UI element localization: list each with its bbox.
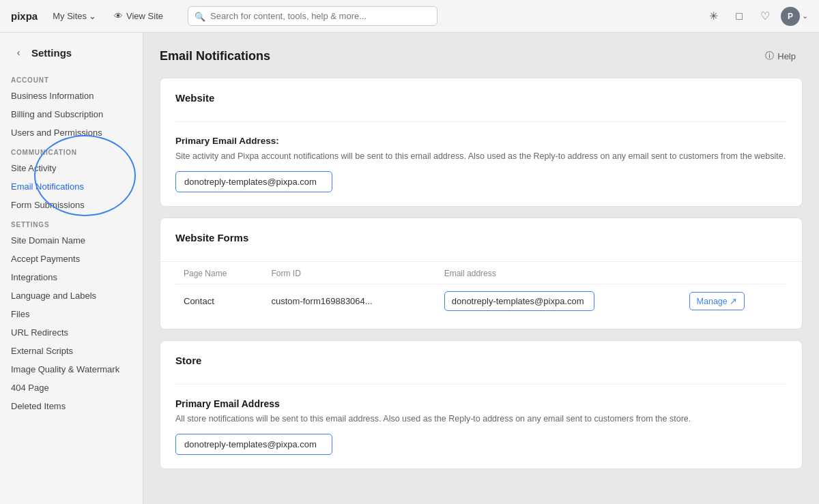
search-input[interactable] <box>188 6 437 26</box>
website-primary-email-section: Primary Email Address: Site activity and… <box>160 122 802 206</box>
sidebar-section-settings: SETTINGS <box>0 214 143 231</box>
col-actions <box>681 262 787 284</box>
sidebar-item-site-activity[interactable]: Site Activity <box>0 159 143 177</box>
table-row: Contact custom-form169883064... Manage ↗ <box>175 284 787 318</box>
logo: pixpa <box>11 10 38 22</box>
sidebar-item-form-submissions[interactable]: Form Submissions <box>0 196 143 214</box>
view-site-link[interactable]: 👁 View Site <box>109 8 169 24</box>
sidebar-item-language-labels[interactable]: Language and Labels <box>0 286 143 305</box>
row-email-input-cell <box>436 284 681 318</box>
bell-icon[interactable]: ♡ <box>755 6 775 27</box>
user-avatar-wrapper[interactable]: P ⌄ <box>781 7 808 26</box>
sidebar-item-image-quality-watermark[interactable]: Image Quality & Watermark <box>0 360 143 379</box>
primary-email-label: Primary Email Address: <box>175 136 787 146</box>
row-form-id: custom-form169883064... <box>263 284 436 318</box>
row-manage-cell: Manage ↗ <box>681 284 787 318</box>
eye-icon: 👁 <box>114 11 123 21</box>
website-section-title: Website <box>175 92 787 104</box>
my-sites-menu[interactable]: My Sites ⌄ <box>48 8 100 24</box>
sidebar-item-integrations[interactable]: Integrations <box>0 268 143 286</box>
sidebar-item-external-scripts[interactable]: External Scripts <box>0 342 143 360</box>
sidebar-item-users-permissions[interactable]: Users and Permissions <box>0 123 143 142</box>
sidebar-title: Settings <box>31 47 72 59</box>
sidebar-item-404-page[interactable]: 404 Page <box>0 379 143 397</box>
topbar: pixpa My Sites ⌄ 👁 View Site 🔍 ✳ □ ♡ P ⌄ <box>0 0 819 33</box>
sidebar-item-files[interactable]: Files <box>0 305 143 323</box>
main-layout: ‹ Settings ACCOUNT Business Information … <box>0 33 819 504</box>
sidebar-back-button[interactable]: ‹ <box>11 45 26 60</box>
sidebar-item-accept-payments[interactable]: Accept Payments <box>0 250 143 268</box>
store-card: Store Primary Email Address All store no… <box>160 340 803 469</box>
sidebar-section-account: ACCOUNT <box>0 70 143 87</box>
search-container: 🔍 <box>188 6 437 26</box>
forms-table: Page Name Form ID Email address Contact … <box>175 262 787 318</box>
sidebar-item-billing-subscription[interactable]: Billing and Subscription <box>0 105 143 123</box>
sidebar: ‹ Settings ACCOUNT Business Information … <box>0 33 143 504</box>
forms-section-title: Website Forms <box>175 232 787 243</box>
sidebar-item-deleted-items[interactable]: Deleted Items <box>0 397 143 415</box>
content-header: Email Notifications ⓘ Help <box>160 46 803 65</box>
website-card: Website Primary Email Address: Site acti… <box>160 78 803 207</box>
col-email-address: Email address <box>436 262 681 284</box>
avatar: P <box>781 7 800 26</box>
store-primary-email-input[interactable] <box>175 434 332 455</box>
manage-button[interactable]: Manage ↗ <box>689 292 745 310</box>
sidebar-section-communication: COMMUNICATION <box>0 142 143 159</box>
store-primary-email-label: Primary Email Address <box>175 398 787 409</box>
content-area: Email Notifications ⓘ Help Website Prima… <box>143 33 819 504</box>
communication-section: COMMUNICATION Site Activity Email Notifi… <box>0 142 143 214</box>
page-title: Email Notifications <box>160 49 270 63</box>
sidebar-header: ‹ Settings <box>0 41 143 70</box>
sidebar-item-email-notifications[interactable]: Email Notifications <box>0 177 143 196</box>
topbar-icons: ✳ □ ♡ P ⌄ <box>703 6 808 27</box>
avatar-chevron-icon: ⌄ <box>802 12 808 20</box>
store-primary-email-section: Primary Email Address All store notifica… <box>160 385 802 469</box>
sidebar-item-url-redirects[interactable]: URL Redirects <box>0 323 143 342</box>
col-form-id: Form ID <box>263 262 436 284</box>
primary-email-desc: Site activity and Pixpa account notifica… <box>175 150 787 163</box>
message-icon[interactable]: □ <box>729 6 749 27</box>
sparkle-icon[interactable]: ✳ <box>703 6 723 27</box>
website-card-section: Website <box>160 78 802 121</box>
forms-card: Website Forms Page Name Form ID Email ad… <box>160 218 803 329</box>
chevron-down-icon: ⌄ <box>89 11 96 21</box>
my-sites-label: My Sites <box>53 11 87 21</box>
help-circle-icon: ⓘ <box>765 50 774 62</box>
search-icon: 🔍 <box>195 11 205 21</box>
row-page-name: Contact <box>175 284 263 318</box>
store-primary-email-desc: All store notifications will be sent to … <box>175 413 787 426</box>
store-card-section: Store <box>160 341 802 384</box>
sidebar-item-business-information[interactable]: Business Information <box>0 87 143 105</box>
forms-card-section: Website Forms <box>160 218 802 261</box>
website-primary-email-input[interactable] <box>175 171 332 192</box>
form-email-input[interactable] <box>444 291 594 311</box>
col-page-name: Page Name <box>175 262 263 284</box>
store-section-title: Store <box>175 355 787 366</box>
sidebar-item-site-domain-name[interactable]: Site Domain Name <box>0 231 143 250</box>
help-button[interactable]: ⓘ Help <box>758 46 803 65</box>
